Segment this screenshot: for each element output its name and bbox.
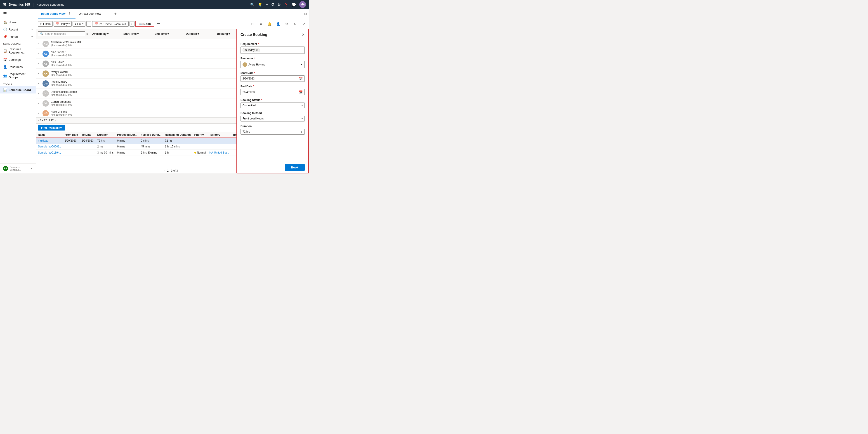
req-name-link[interactable]: Sample_WO13941: [38, 151, 61, 154]
start-date-input[interactable]: 2/20/2023 📅: [241, 75, 305, 82]
find-availability-button[interactable]: Find Availability: [38, 125, 65, 131]
prev-page-button[interactable]: ‹: [38, 119, 39, 122]
tab-more-icon[interactable]: ⋮: [102, 11, 108, 16]
remove-requirement-button[interactable]: ✕: [256, 48, 258, 52]
sort-icon[interactable]: ⇅: [86, 32, 89, 36]
col-duration[interactable]: Duration: [95, 132, 115, 138]
sidebar-avatar[interactable]: RS: [3, 166, 8, 171]
resource-input-wrap[interactable]: Avery Howard ✕: [241, 61, 305, 68]
requirement-input-wrap[interactable]: multiday ✕: [241, 46, 305, 54]
expand-row-button[interactable]: ›: [38, 102, 42, 105]
settings-btn2[interactable]: ⚙: [283, 21, 290, 27]
availability-col-header[interactable]: Availability ▾: [90, 32, 122, 35]
col-priority[interactable]: Priority: [193, 132, 208, 138]
booking-method-select-wrap[interactable]: Front Load Hours Redistribute Leave Curr…: [241, 115, 305, 122]
sidebar-item-req-groups[interactable]: 👥 Requirement Groups: [0, 70, 36, 81]
col-proposed[interactable]: Proposed Dur...: [115, 132, 139, 138]
col-remaining[interactable]: Remaining Duration: [163, 132, 193, 138]
alerts-button[interactable]: 🔔: [266, 21, 273, 27]
refresh-button[interactable]: ↻: [292, 21, 298, 27]
settings-icon[interactable]: ⚙: [278, 2, 281, 7]
booking-method-select[interactable]: Front Load Hours Redistribute Leave Curr…: [241, 116, 305, 121]
end-time-col-header[interactable]: End Time ▾: [153, 32, 184, 35]
req-next-page[interactable]: ›: [180, 169, 181, 172]
tab-initial-public[interactable]: Initial public view ⋮: [38, 9, 75, 19]
avatar[interactable]: MA: [299, 1, 306, 8]
col-to-date[interactable]: To Date: [80, 132, 95, 138]
lightbulb-icon[interactable]: 💡: [258, 2, 262, 7]
req-name-link[interactable]: Sample_WO00011: [38, 145, 61, 148]
duration-input[interactable]: 72 hrs ▲: [241, 129, 305, 135]
search-resources-input[interactable]: [45, 32, 83, 35]
list-view-button[interactable]: ≡ List ▾: [72, 21, 86, 27]
scroll-up-icon[interactable]: ▲: [301, 131, 303, 133]
chat-icon[interactable]: 💬: [291, 2, 296, 7]
req-duration-cell: 72 hrs: [95, 138, 115, 144]
list-view-btn2[interactable]: ≡: [258, 21, 264, 27]
remove-resource-button[interactable]: ✕: [301, 63, 303, 66]
req-from-date-cell: [63, 150, 80, 156]
start-time-col-header[interactable]: Start Time ▾: [122, 32, 153, 35]
req-to-date-cell: [80, 144, 95, 150]
sidebar-item-schedule-board[interactable]: 📊 Schedule Board: [0, 86, 36, 94]
booking-status-select[interactable]: Committed Tentative Canceled Hard: [241, 103, 305, 108]
add-tab-button[interactable]: +: [112, 10, 119, 18]
date-range-button[interactable]: 📅 2/21/2023 - 2/27/2023: [92, 21, 128, 27]
col-territory[interactable]: Territory: [208, 132, 231, 138]
waffle-icon[interactable]: ⊞: [3, 2, 6, 7]
tab-more-icon[interactable]: ⋮: [67, 11, 72, 16]
more-options-button[interactable]: •••: [155, 22, 162, 26]
filters-button[interactable]: ⊟ Filters: [38, 21, 53, 27]
sidebar-item-pinned[interactable]: 📌 Pinned ∨: [0, 33, 36, 40]
req-name-link[interactable]: multiday: [38, 139, 48, 142]
duration-col-header[interactable]: Duration ▾: [184, 32, 215, 35]
expand-row-button[interactable]: ›: [38, 92, 42, 95]
req-remaining-cell: 1 hr: [163, 150, 193, 156]
next-date-button[interactable]: ›: [129, 21, 134, 27]
tab-on-call-pool[interactable]: On-call pool view ⋮: [75, 9, 111, 19]
help-icon[interactable]: ❓: [284, 2, 288, 7]
sidebar-chevron-icon[interactable]: ∧: [31, 167, 33, 170]
users-button[interactable]: 👤: [275, 21, 281, 27]
create-booking-title: Create Booking: [241, 33, 267, 37]
expand-row-button[interactable]: ›: [38, 72, 42, 75]
booking-status-field: Booking Status * Committed Tentative Can…: [241, 98, 305, 108]
sidebar-item-recent[interactable]: 🕐 Recent ∨: [0, 26, 36, 33]
end-date-input[interactable]: 2/24/2023 📅: [241, 89, 305, 95]
expand-row-button[interactable]: ›: [38, 82, 42, 85]
expand-row-button[interactable]: ›: [38, 62, 42, 65]
col-name[interactable]: Name: [36, 132, 63, 138]
sidebar-item-resources[interactable]: 👤 Resources: [0, 63, 36, 70]
col-fulfilled[interactable]: Fulfilled Durat...: [139, 132, 163, 138]
pagination-label: 1 - 12 of 12: [40, 119, 54, 122]
search-icon[interactable]: 🔍: [250, 2, 255, 7]
req-prev-page[interactable]: ‹: [164, 169, 165, 172]
calendar-icon[interactable]: 📅: [299, 90, 303, 94]
filter-icon[interactable]: ⚗: [271, 2, 274, 7]
sidebar-toggle[interactable]: ☰: [0, 9, 36, 19]
expand-row-button[interactable]: ›: [38, 42, 42, 45]
sidebar-item-bookings[interactable]: 📅 Bookings: [0, 56, 36, 63]
prev-date-button[interactable]: ‹: [86, 21, 91, 27]
resource-name: Alan Steiner: [51, 51, 72, 54]
sidebar-item-resource-req[interactable]: 📋 Resource Requireme...: [0, 45, 36, 56]
sidebar-item-home[interactable]: 🏠 Home: [0, 19, 36, 26]
expand-row-button[interactable]: ›: [38, 53, 42, 55]
next-page-button[interactable]: ›: [55, 119, 56, 122]
calendar-icon[interactable]: 📅: [299, 77, 303, 80]
expand-button[interactable]: ⤢: [301, 21, 307, 27]
expand-row-button[interactable]: ›: [38, 112, 42, 114]
req-priority-cell: Normal: [193, 150, 208, 156]
grid-view-button[interactable]: ⊟: [249, 21, 255, 27]
book-button[interactable]: 📖 Book: [135, 21, 155, 27]
add-icon[interactable]: +: [266, 2, 268, 7]
resource-avatar: AH: [42, 70, 49, 77]
col-from-date[interactable]: From Date: [63, 132, 80, 138]
hourly-view-button[interactable]: 📅 Hourly ▾: [54, 21, 72, 27]
resource-avatar: HG: [42, 110, 49, 116]
close-booking-panel-button[interactable]: ✕: [302, 33, 305, 37]
view-icon[interactable]: ⊡: [304, 12, 309, 16]
booking-status-select-wrap[interactable]: Committed Tentative Canceled Hard ▾: [241, 102, 305, 108]
search-resources-wrap[interactable]: 🔍: [38, 31, 85, 36]
create-booking-book-button[interactable]: Book: [285, 164, 305, 171]
